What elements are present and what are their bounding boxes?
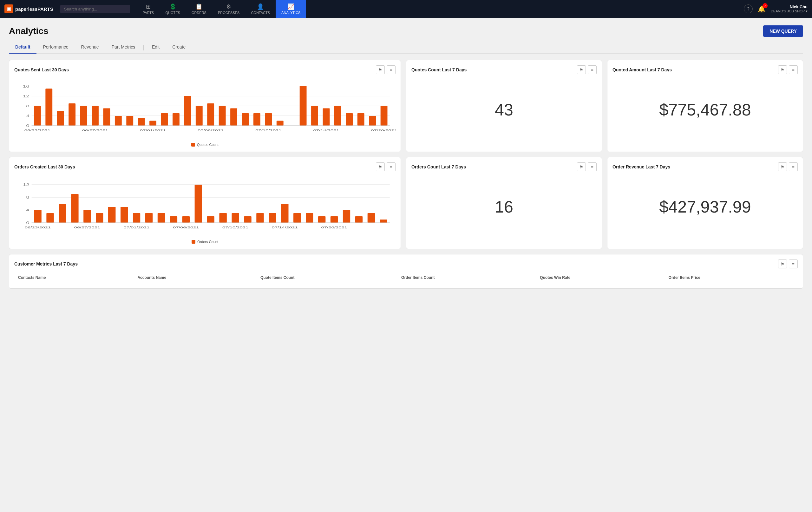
nav-item-contacts[interactable]: 👤 CONTACTS <box>245 0 276 18</box>
orders-created-title: Orders Created Last 30 Days <box>14 164 75 169</box>
svg-rect-37 <box>346 113 353 125</box>
quoted-amount-card: Quoted Amount Last 7 Days ⚑ ≡ $775,467.8… <box>607 60 803 152</box>
customer-metrics-title: Customer Metrics Last 7 Days <box>14 261 78 266</box>
orders-created-filter-button[interactable]: ⚑ <box>376 163 385 171</box>
order-revenue-menu-button[interactable]: ≡ <box>789 163 798 171</box>
nav-item-analytics-label: ANALYTICS <box>281 11 300 15</box>
orders-count-menu-button[interactable]: ≡ <box>588 163 597 171</box>
svg-text:07/01/2021: 07/01/2021 <box>140 129 166 132</box>
nav-item-analytics[interactable]: 📈 ANALYTICS <box>276 0 306 18</box>
svg-rect-21 <box>161 113 168 125</box>
svg-rect-27 <box>230 109 237 125</box>
customer-metrics-actions: ⚑ ≡ <box>778 259 798 268</box>
quoted-amount-title: Quoted Amount Last 7 Days <box>612 67 672 72</box>
nav-item-parts[interactable]: ⊞ PARTS <box>137 0 160 18</box>
order-revenue-title: Order Revenue Last 7 Days <box>612 164 670 169</box>
svg-rect-71 <box>207 216 214 223</box>
col-order-items-price: Order Items Price <box>665 272 798 283</box>
tab-create[interactable]: Create <box>166 42 192 54</box>
orders-created-card: Orders Created Last 30 Days ⚑ ≡ 0481206/… <box>9 157 401 249</box>
quotes-count-value: 43 <box>411 78 597 141</box>
col-accounts-name: Accounts Name <box>134 272 257 283</box>
nav-item-processes[interactable]: ⚙ PROCESSES <box>212 0 245 18</box>
svg-text:06/23/2021: 06/23/2021 <box>24 129 51 132</box>
user-menu[interactable]: Nick Chu DEANO'S JOB SHOP ▾ <box>771 4 808 13</box>
svg-rect-12 <box>57 111 64 125</box>
parts-icon: ⊞ <box>146 3 151 10</box>
svg-text:0: 0 <box>26 124 29 127</box>
tab-divider: | <box>143 44 144 51</box>
svg-rect-70 <box>195 184 202 223</box>
search-input[interactable] <box>60 5 130 13</box>
orders-count-filter-button[interactable]: ⚑ <box>577 163 586 171</box>
quotes-sent-title: Quotes Sent Last 30 Days <box>14 67 69 72</box>
svg-text:07/20/2021: 07/20/2021 <box>321 226 347 229</box>
svg-rect-16 <box>103 109 110 125</box>
contacts-icon: 👤 <box>257 3 264 10</box>
order-revenue-value: $427,937.99 <box>612 175 798 238</box>
svg-text:16: 16 <box>23 85 29 88</box>
svg-rect-24 <box>196 106 203 125</box>
svg-text:07/14/2021: 07/14/2021 <box>272 226 298 229</box>
quoted-amount-value: $775,467.88 <box>612 78 798 141</box>
orders-count-actions: ⚑ ≡ <box>577 163 597 171</box>
table-header-row: Contacts Name Accounts Name Quote Items … <box>14 272 798 283</box>
svg-rect-25 <box>207 104 214 125</box>
quotes-sent-filter-button[interactable]: ⚑ <box>376 65 385 74</box>
svg-rect-19 <box>138 118 145 125</box>
svg-rect-83 <box>355 216 362 223</box>
logo[interactable]: ▣ paperlessPARTS <box>4 4 53 13</box>
nav-item-orders[interactable]: 📋 ORDERS <box>186 0 212 18</box>
svg-rect-29 <box>254 113 260 125</box>
svg-rect-31 <box>277 120 284 125</box>
svg-rect-17 <box>115 116 122 125</box>
orders-created-menu-button[interactable]: ≡ <box>387 163 396 171</box>
quotes-count-actions: ⚑ ≡ <box>577 65 597 74</box>
col-quote-items-count: Quote Items Count <box>257 272 398 283</box>
nav-item-quotes[interactable]: 💲 QUOTES <box>160 0 185 18</box>
table-head: Contacts Name Accounts Name Quote Items … <box>14 272 798 283</box>
customer-metrics-filter-button[interactable]: ⚑ <box>778 259 787 268</box>
svg-rect-22 <box>173 113 179 125</box>
svg-rect-74 <box>244 216 251 223</box>
tab-default[interactable]: Default <box>9 42 36 54</box>
quoted-amount-actions: ⚑ ≡ <box>778 65 798 74</box>
new-query-button[interactable]: NEW QUERY <box>763 25 803 37</box>
svg-rect-84 <box>368 213 375 223</box>
nav-item-quotes-label: QUOTES <box>165 11 180 15</box>
svg-rect-64 <box>120 207 128 223</box>
quotes-sent-menu-button[interactable]: ≡ <box>387 65 396 74</box>
order-revenue-filter-button[interactable]: ⚑ <box>778 163 787 171</box>
quoted-amount-filter-button[interactable]: ⚑ <box>778 65 787 74</box>
orders-count-header: Orders Count Last 7 Days ⚑ ≡ <box>411 163 597 171</box>
svg-rect-28 <box>242 113 249 125</box>
quoted-amount-menu-button[interactable]: ≡ <box>789 65 798 74</box>
svg-rect-33 <box>300 86 307 125</box>
tab-performance[interactable]: Performance <box>36 42 75 54</box>
tab-revenue[interactable]: Revenue <box>75 42 105 54</box>
svg-rect-68 <box>170 216 177 223</box>
legend-dot <box>191 143 195 147</box>
tab-edit[interactable]: Edit <box>146 42 166 54</box>
help-button[interactable]: ? <box>744 4 753 13</box>
svg-text:0: 0 <box>26 221 29 225</box>
svg-rect-10 <box>34 106 41 125</box>
orders-created-chart: 0481206/23/202106/27/202107/01/202107/06… <box>14 175 396 238</box>
quotes-count-filter-button[interactable]: ⚑ <box>577 65 586 74</box>
notification-bell[interactable]: 🔔 7 <box>758 5 766 13</box>
orders-icon: 📋 <box>195 3 202 10</box>
quotes-sent-actions: ⚑ ≡ <box>376 65 396 74</box>
quotes-count-menu-button[interactable]: ≡ <box>588 65 597 74</box>
svg-rect-38 <box>357 113 365 125</box>
page-title: Analytics <box>9 26 49 36</box>
tab-part-metrics[interactable]: Part Metrics <box>105 42 142 54</box>
main-content: Analytics NEW QUERY Default Performance … <box>0 18 812 512</box>
svg-rect-62 <box>96 213 103 223</box>
quotes-count-title: Quotes Count Last 7 Days <box>411 67 467 72</box>
notification-badge: 7 <box>762 3 767 8</box>
svg-text:06/23/2021: 06/23/2021 <box>25 226 51 229</box>
svg-text:07/10/2021: 07/10/2021 <box>222 226 249 229</box>
col-order-items-count: Order Items Count <box>398 272 536 283</box>
customer-metrics-menu-button[interactable]: ≡ <box>789 259 798 268</box>
svg-rect-66 <box>145 213 152 223</box>
